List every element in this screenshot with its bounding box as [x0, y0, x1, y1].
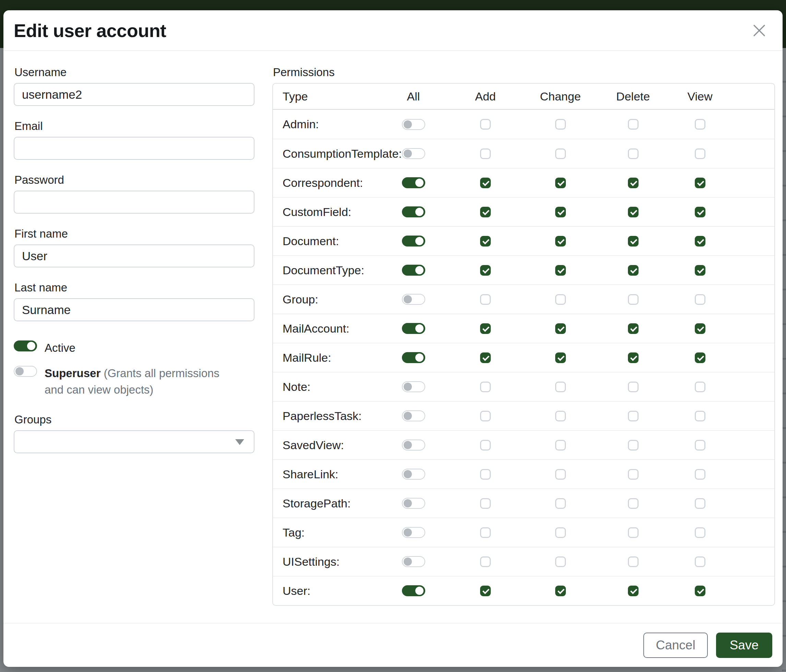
mailaccount-change-checkbox[interactable] [555, 323, 566, 334]
save-button[interactable]: Save [716, 633, 772, 658]
note-add-checkbox[interactable] [480, 382, 491, 392]
cancel-button[interactable]: Cancel [643, 633, 707, 658]
close-icon[interactable] [750, 21, 769, 40]
documenttype-change-checkbox[interactable] [555, 265, 566, 276]
email-field[interactable] [14, 137, 255, 160]
storagepath-all-toggle[interactable] [402, 498, 425, 509]
paperlesstask-add-checkbox[interactable] [480, 411, 491, 421]
savedview-view-checkbox[interactable] [695, 440, 706, 451]
group-delete-checkbox[interactable] [628, 294, 638, 305]
customfield-view-checkbox[interactable] [695, 207, 706, 217]
document-view-checkbox[interactable] [695, 236, 706, 247]
uisettings-all-toggle[interactable] [402, 556, 425, 567]
sharelink-view-checkbox[interactable] [695, 469, 706, 480]
admin-all-toggle[interactable] [402, 119, 425, 130]
document-delete-checkbox[interactable] [628, 236, 638, 247]
savedview-all-toggle[interactable] [402, 440, 425, 451]
column-header-all: All [380, 90, 447, 103]
superuser-toggle[interactable] [14, 366, 37, 377]
username-input[interactable] [14, 83, 255, 106]
mailrule-delete-checkbox[interactable] [628, 352, 638, 363]
admin-change-checkbox[interactable] [555, 119, 566, 130]
active-toggle[interactable] [14, 341, 37, 352]
correspondent-view-checkbox[interactable] [695, 177, 706, 188]
tag-view-checkbox[interactable] [695, 527, 706, 538]
tag-delete-checkbox[interactable] [628, 527, 638, 538]
mailrule-change-checkbox[interactable] [555, 352, 566, 363]
documenttype-delete-checkbox[interactable] [628, 265, 638, 276]
uisettings-view-checkbox[interactable] [695, 556, 706, 567]
document-all-toggle[interactable] [402, 236, 425, 247]
customfield-change-checkbox[interactable] [555, 207, 566, 217]
sharelink-add-checkbox[interactable] [480, 469, 491, 480]
savedview-change-checkbox[interactable] [555, 440, 566, 451]
mailaccount-delete-checkbox[interactable] [628, 323, 638, 334]
first-name-field[interactable] [14, 245, 255, 267]
note-change-checkbox[interactable] [555, 382, 566, 392]
admin-delete-checkbox[interactable] [628, 119, 638, 130]
groups-select[interactable] [14, 430, 255, 453]
user-all-toggle[interactable] [402, 585, 425, 596]
sharelink-delete-checkbox[interactable] [628, 469, 638, 480]
paperlesstask-change-checkbox[interactable] [555, 411, 566, 421]
storagepath-view-checkbox[interactable] [695, 498, 706, 509]
mailrule-view-checkbox[interactable] [695, 352, 706, 363]
note-delete-checkbox[interactable] [628, 382, 638, 392]
tag-all-toggle[interactable] [402, 527, 425, 538]
toggle-knob [404, 412, 412, 420]
consumptiontemplate-change-checkbox[interactable] [555, 148, 566, 159]
paperlesstask-all-toggle[interactable] [402, 410, 425, 421]
documenttype-all-toggle[interactable] [402, 265, 425, 276]
user-delete-checkbox[interactable] [628, 586, 638, 596]
sharelink-all-toggle[interactable] [402, 469, 425, 480]
correspondent-change-checkbox[interactable] [555, 177, 566, 188]
group-change-checkbox[interactable] [555, 294, 566, 305]
paperlesstask-view-checkbox[interactable] [695, 411, 706, 421]
correspondent-all-toggle[interactable] [402, 177, 425, 188]
mailaccount-add-checkbox[interactable] [480, 323, 491, 334]
group-all-toggle[interactable] [402, 294, 425, 305]
consumptiontemplate-all-toggle[interactable] [402, 148, 425, 159]
consumptiontemplate-view-checkbox[interactable] [695, 148, 706, 159]
consumptiontemplate-delete-checkbox[interactable] [628, 148, 638, 159]
savedview-add-checkbox[interactable] [480, 440, 491, 451]
consumptiontemplate-add-checkbox[interactable] [480, 148, 491, 159]
mailaccount-view-checkbox[interactable] [695, 323, 706, 334]
documenttype-add-checkbox[interactable] [480, 265, 491, 276]
mailrule-all-toggle[interactable] [402, 352, 425, 363]
edit-user-modal: Edit user account Username Email Passwor… [3, 10, 783, 667]
user-view-checkbox[interactable] [695, 586, 706, 596]
admin-view-checkbox[interactable] [695, 119, 706, 130]
customfield-add-checkbox[interactable] [480, 207, 491, 217]
correspondent-add-checkbox[interactable] [480, 177, 491, 188]
admin-add-checkbox[interactable] [480, 119, 491, 130]
paperlesstask-delete-checkbox[interactable] [628, 411, 638, 421]
customfield-delete-checkbox[interactable] [628, 207, 638, 217]
uisettings-add-checkbox[interactable] [480, 556, 491, 567]
storagepath-change-checkbox[interactable] [555, 498, 566, 509]
mailrule-add-checkbox[interactable] [480, 352, 491, 363]
note-view-checkbox[interactable] [695, 382, 706, 392]
group-add-checkbox[interactable] [480, 294, 491, 305]
toggle-knob [404, 470, 412, 478]
document-change-checkbox[interactable] [555, 236, 566, 247]
note-all-toggle[interactable] [402, 381, 425, 392]
password-field[interactable] [14, 191, 255, 214]
last-name-field[interactable] [14, 298, 255, 321]
correspondent-delete-checkbox[interactable] [628, 177, 638, 188]
savedview-delete-checkbox[interactable] [628, 440, 638, 451]
user-add-checkbox[interactable] [480, 586, 491, 596]
document-add-checkbox[interactable] [480, 236, 491, 247]
sharelink-change-checkbox[interactable] [555, 469, 566, 480]
uisettings-delete-checkbox[interactable] [628, 556, 638, 567]
group-view-checkbox[interactable] [695, 294, 706, 305]
tag-add-checkbox[interactable] [480, 527, 491, 538]
documenttype-view-checkbox[interactable] [695, 265, 706, 276]
storagepath-add-checkbox[interactable] [480, 498, 491, 509]
tag-change-checkbox[interactable] [555, 527, 566, 538]
customfield-all-toggle[interactable] [402, 206, 425, 217]
storagepath-delete-checkbox[interactable] [628, 498, 638, 509]
user-change-checkbox[interactable] [555, 586, 566, 596]
mailaccount-all-toggle[interactable] [402, 323, 425, 334]
uisettings-change-checkbox[interactable] [555, 556, 566, 567]
